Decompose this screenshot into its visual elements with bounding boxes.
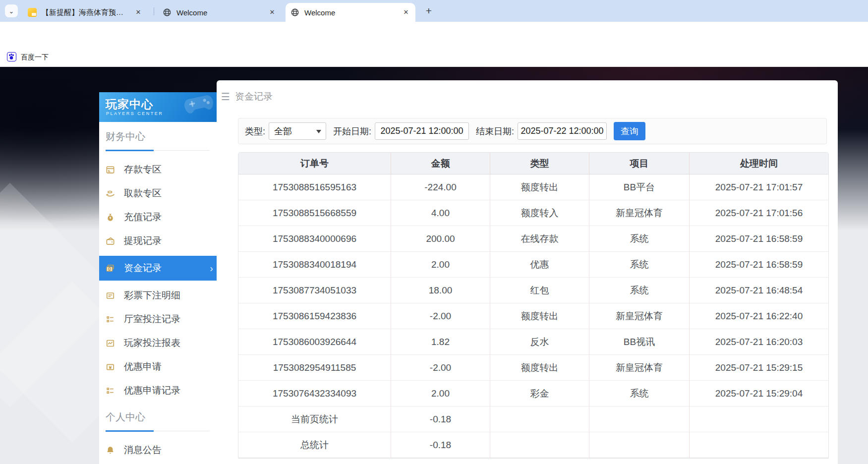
table-cell: 2025-07-21 16:58:59 <box>690 252 828 278</box>
sidebar-section-label: 个人中心 <box>106 410 217 424</box>
breadcrumb: ☰ 资金记录 <box>221 90 273 103</box>
table-cell: 18.00 <box>391 278 490 303</box>
table-cell: 系统 <box>589 381 690 406</box>
start-date-label: 开始日期: <box>333 125 371 137</box>
table-cell: 2025-07-21 15:29:15 <box>690 355 828 381</box>
table-cell: 2025-07-21 16:22:40 <box>690 303 828 329</box>
table-summary-row: 当前页统计-0.18 <box>238 406 828 432</box>
sidebar-item-厅室投注记录[interactable]: 厅室投注记录 <box>99 307 217 331</box>
table-cell: 1753086159423836 <box>238 303 391 329</box>
sidebar-item-玩家投注报表[interactable]: 玩家投注报表 <box>99 331 217 355</box>
svg-text:¥: ¥ <box>110 216 112 220</box>
table-row: 1753082954911585-2.00额度转出新皇冠体育2025-07-21… <box>238 355 828 381</box>
table-cell: 1753082954911585 <box>238 355 391 381</box>
table-summary-row: 总统计-0.18 <box>238 432 828 458</box>
table-cell: -0.18 <box>391 432 490 458</box>
deposit-card-icon <box>106 165 115 174</box>
wallet-icon <box>106 236 115 246</box>
table-cell: 1753088515668559 <box>238 200 391 226</box>
list-icon <box>106 315 115 324</box>
table-cell: 1753086003926644 <box>238 329 391 355</box>
bookmark-baidu[interactable]: 百度一下 <box>21 53 49 62</box>
globe-icon <box>163 8 172 17</box>
table-cell: 新皇冠体育 <box>589 355 690 381</box>
tab-welcome-2-active[interactable]: Welcome ✕ <box>286 3 415 22</box>
table-cell: 2025-07-21 16:48:54 <box>690 278 828 303</box>
sidebar-title: 玩家中心 <box>106 97 153 112</box>
tab-separator <box>154 7 154 15</box>
sidebar-item-彩票下注明细[interactable]: 彩票下注明细 <box>99 284 217 307</box>
filter-bar: 类型: 全部 开始日期: 2025-07-21 12:00:00 结束日期: 2… <box>238 118 827 144</box>
bell-icon <box>106 446 115 455</box>
close-icon[interactable]: ✕ <box>268 8 277 17</box>
sidebar-item-优惠申请[interactable]: ¥优惠申请 <box>99 355 217 379</box>
sidebar-item-取款专区[interactable]: 取款专区 <box>99 181 217 205</box>
browser-toolbar: ← → js13.cc/hhcp/usercenter.html?iniType… <box>0 22 868 47</box>
table-cell: 系统 <box>589 252 690 278</box>
gamepad-icon <box>181 92 217 117</box>
sidebar-item-资金记录[interactable]: ¥资金记录› <box>99 256 218 281</box>
table-cell: 系统 <box>589 226 690 252</box>
player-center-sidebar: 玩家中心 PLAYERS CENTER 财务中心存款专区取款专区¥充值记录提现记… <box>99 92 217 464</box>
close-icon[interactable]: ✕ <box>134 8 143 17</box>
tab-title: 【新提醒】海燕体育预测推荐区 <box>42 8 129 17</box>
hamburger-icon[interactable]: ☰ <box>221 91 230 103</box>
ticket-note-icon <box>106 291 115 300</box>
sidebar-subtitle: PLAYERS CENTER <box>106 111 163 116</box>
sidebar-item-充值记录[interactable]: ¥充值记录 <box>99 205 217 229</box>
tab-search-button[interactable]: ⌄ <box>5 4 18 17</box>
table-cell: 1753088340000696 <box>238 226 391 252</box>
sidebar-item-label: 厅室投注记录 <box>124 313 180 326</box>
end-date-input[interactable]: 2025-07-22 12:00:00 <box>518 122 607 140</box>
new-tab-button[interactable]: + <box>422 5 435 18</box>
search-button[interactable]: 查询 <box>614 122 645 140</box>
section-underline <box>106 150 210 151</box>
table-cell: 2025-07-21 16:58:59 <box>690 226 828 252</box>
table-header-cell: 订单号 <box>238 153 391 174</box>
table-cell: 2025-07-21 17:01:57 <box>690 174 828 200</box>
tab-title: Welcome <box>176 8 263 17</box>
table-row: 17530885156685594.00额度转入新皇冠体育2025-07-21 … <box>238 200 828 226</box>
tab-haiyan[interactable]: 【新提醒】海燕体育预测推荐区 ✕ <box>23 3 148 22</box>
money-bag-icon: ¥ <box>106 213 115 222</box>
sidebar-item-label: 提现记录 <box>124 234 162 247</box>
close-icon[interactable]: ✕ <box>402 8 410 17</box>
sidebar-item-存款专区[interactable]: 存款专区 <box>99 158 217 181</box>
table-cell: 1753088340018194 <box>238 252 391 278</box>
sidebar-item-label: 玩家投注报表 <box>124 337 180 349</box>
table-header-row: 订单号金额类型项目处理时间 <box>238 153 828 174</box>
table-row: 175308773405103318.00红包系统2025-07-21 16:4… <box>238 278 828 303</box>
start-date-input[interactable]: 2025-07-21 12:00:00 <box>375 122 469 140</box>
report-chart-icon <box>106 339 115 348</box>
sidebar-item-消息公告[interactable]: 消息公告 <box>99 438 217 462</box>
table-row: 17530883400181942.00优惠系统2025-07-21 16:58… <box>238 252 828 278</box>
sidebar-item-label: 优惠申请 <box>124 360 162 373</box>
table-cell: -2.00 <box>391 355 490 381</box>
table-row: 17530764323340932.00彩金系统2025-07-21 15:29… <box>238 381 828 406</box>
table-cell: 4.00 <box>391 200 490 226</box>
table-cell: 彩金 <box>490 381 589 406</box>
funds-record-icon: ¥ <box>106 264 115 273</box>
table-cell: BB平台 <box>589 174 690 200</box>
svg-text:¥: ¥ <box>109 365 112 369</box>
tab-welcome-1[interactable]: Welcome ✕ <box>158 3 282 22</box>
table-cell: 新皇冠体育 <box>589 303 690 329</box>
section-underline <box>106 431 210 431</box>
sidebar-item-优惠申请记录[interactable]: 优惠申请记录 <box>99 379 217 403</box>
table-header-cell: 金额 <box>391 153 490 174</box>
sidebar-item-label: 资金记录 <box>124 262 162 275</box>
table-cell: 1753088516595163 <box>238 174 391 200</box>
table-cell: -2.00 <box>391 303 490 329</box>
svg-text:¥: ¥ <box>109 267 110 270</box>
table-row: 17530860039266441.82反水BB视讯2025-07-21 16:… <box>238 329 828 355</box>
chevron-right-icon: › <box>210 263 213 274</box>
table-cell: 反水 <box>490 329 589 355</box>
table-row: 1753088516595163-224.00额度转出BB平台2025-07-2… <box>238 174 828 200</box>
table-cell: -224.00 <box>391 174 490 200</box>
table-cell: 当前页统计 <box>238 406 391 432</box>
sidebar-item-label: 优惠申请记录 <box>124 384 180 397</box>
sidebar-item-提现记录[interactable]: 提现记录 <box>99 229 217 253</box>
withdraw-hand-icon <box>106 189 115 198</box>
type-select[interactable]: 全部 <box>269 122 326 140</box>
table-cell: 在线存款 <box>490 226 589 252</box>
